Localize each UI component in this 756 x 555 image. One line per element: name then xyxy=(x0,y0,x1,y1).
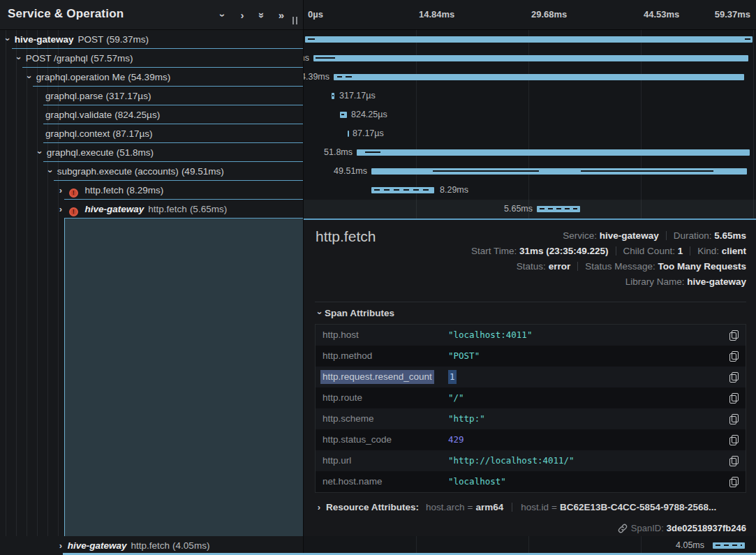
expand-all-icon[interactable]: » xyxy=(274,8,288,22)
span-bar[interactable] xyxy=(332,93,334,99)
span-bar[interactable] xyxy=(305,36,753,43)
chevron-right-icon[interactable] xyxy=(57,536,65,555)
spanid-value: 3de02518937fb246 xyxy=(667,523,746,533)
chevron-down-icon[interactable] xyxy=(46,162,54,181)
link-icon[interactable] xyxy=(618,524,628,533)
waterfall-row[interactable]: 51.8ms xyxy=(304,143,756,162)
copy-icon[interactable] xyxy=(729,414,739,424)
tree-header-title: Service & Operation xyxy=(8,7,124,21)
span-bar[interactable] xyxy=(348,131,349,137)
self-time-mark xyxy=(316,57,335,59)
waterfall-row[interactable]: 317.17µs xyxy=(304,87,756,105)
detail-meta-line: Library Name: hive-gateway xyxy=(625,275,746,289)
waterfall-row[interactable] xyxy=(304,30,756,49)
resource-attributes-title: Resource Attributes: xyxy=(326,502,419,512)
span-duration: (5.65ms) xyxy=(190,204,227,214)
copy-icon[interactable] xyxy=(729,435,739,445)
collapse-all-icon[interactable]: » xyxy=(255,8,269,22)
attr-row[interactable]: http.route "/" xyxy=(316,387,746,408)
duration-label: 5.65ms xyxy=(504,200,533,219)
tree-row-graphql-execute[interactable]: graphql.execute(51.8ms) xyxy=(0,143,303,162)
duration-label: 824.25µs xyxy=(351,105,387,124)
attr-key: http.method xyxy=(323,346,372,367)
panel-resize-handle[interactable] xyxy=(291,17,299,25)
waterfall-row-selected[interactable]: 5.65ms xyxy=(304,200,756,219)
detail-meta-line: Service: hive-gatewayDuration: 5.65ms xyxy=(563,229,746,243)
copy-icon[interactable] xyxy=(729,351,739,362)
tree-row-http-fetch-565-selected[interactable]: ! hive-gatewayhttp.fetch(5.65ms) xyxy=(0,200,303,219)
tree-row-hive-gateway-post[interactable]: hive-gatewayPOST(59.37ms) xyxy=(0,30,303,49)
meta-label: Service: xyxy=(563,230,597,241)
meta-label: Child Count: xyxy=(623,246,675,256)
chevron-right-icon[interactable] xyxy=(57,200,65,219)
span-duration: (8.29ms) xyxy=(126,185,163,195)
tree-row-http-fetch-829[interactable]: ! http.fetch(8.29ms) xyxy=(0,181,303,200)
meta-value: Too Many Requests xyxy=(658,261,746,272)
copy-icon[interactable] xyxy=(729,456,739,466)
span-bar[interactable] xyxy=(313,55,748,61)
tree-row-graphql-parse[interactable]: graphql.parse(317.17µs) xyxy=(0,87,303,105)
tree-row-graphql-context[interactable]: graphql.context(87.17µs) xyxy=(0,124,303,143)
tree-row-graphql-validate[interactable]: graphql.validate(824.25µs) xyxy=(0,105,303,124)
waterfall-row[interactable]: 87.17µs xyxy=(304,124,756,143)
waterfall-row[interactable]: 8.29ms xyxy=(304,181,756,200)
waterfall-row[interactable]: 4.05ms xyxy=(304,536,756,555)
waterfall-row[interactable]: 824.25µs xyxy=(304,105,756,124)
resource-value: BC62E13B-C4CC-5854-9788-2568... xyxy=(560,502,716,512)
waterfall-bottom-row[interactable]: 4.05ms xyxy=(304,536,756,555)
meta-value: client xyxy=(722,246,746,256)
span-bar[interactable] xyxy=(537,206,580,212)
copy-icon[interactable] xyxy=(729,477,739,487)
collapse-one-icon[interactable]: › xyxy=(215,8,229,22)
service-name: hive-gateway xyxy=(68,540,127,551)
attr-value: "http://localhost:4011/" xyxy=(448,450,575,471)
attr-row[interactable]: net.host.name "localhost" xyxy=(316,471,746,492)
meta-value: hive-gateway xyxy=(687,276,746,287)
span-duration: (54.39ms) xyxy=(128,72,170,82)
waterfall-row[interactable]: 57.57ms xyxy=(304,49,756,68)
attr-key: http.request.resend_count xyxy=(320,370,434,384)
self-time-mark xyxy=(365,151,380,153)
span-attributes-header[interactable]: Span Attributes xyxy=(315,308,394,318)
attr-row[interactable]: http.status_code 429 xyxy=(316,429,746,450)
chevron-down-icon[interactable] xyxy=(36,143,44,162)
span-bar[interactable] xyxy=(713,542,745,549)
span-duration: (87.17µs) xyxy=(112,128,152,139)
attr-row-selected[interactable]: http.request.resend_count 1 xyxy=(316,367,746,387)
tree-row-post-graphql[interactable]: POST /graphql(57.57ms) xyxy=(0,49,303,68)
waterfall-row[interactable]: 49.51ms xyxy=(304,162,756,181)
chevron-down-icon[interactable] xyxy=(25,68,34,87)
chevron-down-icon[interactable] xyxy=(15,49,23,68)
tree-row-graphql-operation[interactable]: graphql.operation Me(54.39ms) xyxy=(0,68,303,87)
expand-one-icon[interactable]: › xyxy=(235,8,249,22)
waterfall-row[interactable]: 54.39ms xyxy=(304,68,756,87)
tree-row-subgraph-execute[interactable]: subgraph.execute (accounts)(49.51ms) xyxy=(0,162,303,181)
self-time-mark xyxy=(581,170,713,172)
self-time-mark xyxy=(433,170,539,172)
span-bar[interactable] xyxy=(371,187,434,193)
attr-row[interactable]: http.url "http://localhost:4011/" xyxy=(316,450,746,471)
span-name: graphql.execute xyxy=(47,147,114,158)
span-bar[interactable] xyxy=(371,168,747,175)
chevron-down-icon[interactable] xyxy=(3,30,12,49)
span-bar[interactable] xyxy=(340,112,347,118)
span-name: http.fetch xyxy=(131,540,170,551)
attr-row[interactable]: http.method "POST" xyxy=(316,346,746,367)
span-bar[interactable] xyxy=(357,149,750,156)
copy-icon[interactable] xyxy=(729,372,739,383)
attr-row[interactable]: http.host "localhost:4011" xyxy=(316,325,746,346)
chevron-right-icon[interactable] xyxy=(315,502,323,512)
span-bar[interactable] xyxy=(334,74,744,80)
attr-row[interactable]: http.scheme "http:" xyxy=(316,408,746,429)
timeline-tick: 44.53ms xyxy=(644,9,679,20)
copy-icon[interactable] xyxy=(729,393,739,404)
copy-icon[interactable] xyxy=(729,330,739,341)
detail-meta-line: Start Time: 31ms (23:35:49.225)Child Cou… xyxy=(471,244,746,258)
duration-label: 51.8ms xyxy=(324,143,353,162)
equals-sign: = xyxy=(468,502,473,512)
resource-attributes-row[interactable]: Resource Attributes:host.arch=arm64host.… xyxy=(315,502,716,512)
self-time-mark xyxy=(745,38,750,40)
tree-row-http-fetch-405[interactable]: hive-gatewayhttp.fetch(4.05ms) xyxy=(0,536,303,555)
chevron-down-icon[interactable] xyxy=(315,308,325,318)
chevron-right-icon[interactable] xyxy=(57,181,65,200)
